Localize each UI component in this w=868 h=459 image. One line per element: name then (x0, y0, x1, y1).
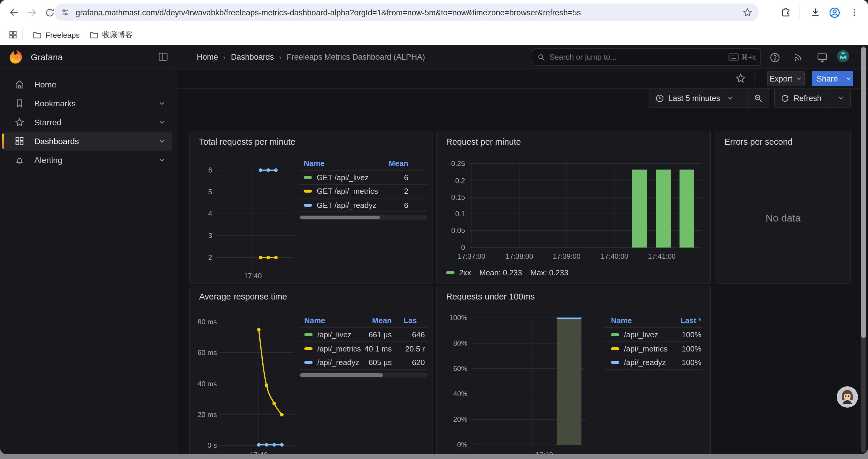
chevron-right-icon: › (223, 54, 225, 61)
no-data-message: No data (716, 213, 850, 225)
share-button[interactable]: Share (812, 71, 853, 86)
sidebar-item-starred[interactable]: Starred (2, 113, 172, 132)
panel-requests-under-100ms[interactable]: Requests under 100ms 100% 80% 60% 40% 20… (436, 287, 711, 454)
y-tick: 0.1 (442, 210, 465, 218)
y-tick: 0.2 (442, 177, 465, 185)
legend-row[interactable]: GET /api/_livez (304, 173, 369, 182)
y-tick: 4 (198, 210, 212, 218)
sidebar-item-dashboards[interactable]: Dashboards (2, 132, 172, 151)
browser-menu-icon[interactable] (846, 4, 863, 21)
apps-grid-icon[interactable] (8, 30, 18, 40)
page-scrollbar[interactable] (860, 46, 867, 453)
address-bar[interactable]: grafana.mathmast.com/d/deytv4rwavabkb/fr… (54, 4, 759, 21)
bookmarks-divider (23, 30, 23, 40)
breadcrumb-home[interactable]: Home (197, 53, 218, 61)
chevron-down-icon[interactable] (158, 156, 166, 164)
panel-errors-per-second[interactable]: Errors per second No data (716, 132, 851, 284)
legend-value: 100% (664, 358, 701, 367)
breadcrumb-current: Freeleaps Metrics Dashboard (ALPHA) (286, 53, 425, 61)
refresh-button[interactable]: Refresh (775, 89, 831, 107)
panel-total-requests[interactable]: Total requests per minute 6 5 4 (189, 132, 433, 284)
x-tick: 17:40:00 (597, 252, 632, 261)
sidebar-toggle-icon[interactable] (158, 52, 168, 62)
assistant-avatar[interactable] (837, 386, 858, 407)
legend-row[interactable]: /api/_metrics (611, 345, 668, 353)
legend-header-mean[interactable]: Mean (350, 316, 392, 325)
chevron-down-icon[interactable] (158, 137, 166, 145)
favorite-star-icon[interactable] (735, 73, 747, 85)
legend-separator (299, 341, 427, 342)
series-color-chip (611, 347, 619, 350)
y-tick: 100% (441, 314, 467, 322)
legend-header-name[interactable]: Name (304, 316, 325, 325)
legend-row[interactable]: /api/_livez (304, 330, 351, 339)
legend-hscrollbar[interactable] (299, 215, 427, 220)
legend-row[interactable]: GET /api/_readyz (304, 201, 376, 210)
legend-header-name[interactable]: Name (304, 159, 325, 168)
share-dropdown-chevron[interactable] (843, 71, 853, 86)
extensions-icon[interactable] (778, 4, 794, 21)
time-range-picker[interactable]: Last 5 minutes (649, 89, 747, 107)
legend-value: 661 µs (350, 330, 392, 339)
profile-icon[interactable] (826, 4, 843, 21)
legend-row[interactable]: /api/_readyz (611, 358, 666, 367)
y-tick: 60% (441, 364, 467, 373)
legend-header-last[interactable]: Las (404, 316, 430, 325)
news-rss-icon[interactable] (792, 51, 805, 64)
panel-avg-response-time[interactable]: Average response time 8 (189, 287, 433, 454)
bookmark-folder-blogs[interactable]: 收藏博客 (85, 27, 138, 42)
grafana-logo[interactable] (8, 49, 24, 64)
legend-row[interactable]: /api/_livez (611, 330, 658, 339)
forward-icon[interactable] (24, 4, 40, 21)
legend-header-name[interactable]: Name (611, 316, 632, 325)
help-icon[interactable] (768, 51, 781, 64)
series-color-chip (446, 271, 454, 274)
y-tick: 0.25 (442, 160, 465, 168)
breadcrumb-dashboards[interactable]: Dashboards (231, 53, 274, 61)
x-tick: 17:39:00 (549, 252, 584, 261)
x-tick: 17:40 (247, 451, 271, 454)
y-tick: 0 s (192, 441, 217, 450)
panel-request-per-minute[interactable]: Request per minute 0.25 0.2 (436, 132, 711, 284)
sidebar-item-alerting[interactable]: Alerting (2, 151, 172, 169)
legend-hscrollbar[interactable] (299, 373, 427, 378)
zoom-out-button[interactable] (747, 89, 769, 107)
panel-title: Errors per second (724, 137, 793, 146)
search-box[interactable]: ⌘+k (532, 48, 761, 66)
series-color-chip (304, 333, 313, 336)
legend-separator (299, 184, 427, 185)
kiosk-monitor-icon[interactable] (815, 51, 829, 64)
y-tick: 0 (442, 243, 465, 252)
back-icon[interactable] (6, 4, 23, 21)
download-icon[interactable] (807, 4, 824, 21)
legend-header-last[interactable]: Last * (664, 316, 701, 325)
legend-header-mean[interactable]: Mean (367, 159, 408, 168)
y-tick: 0% (441, 441, 467, 449)
sidebar-item-home[interactable]: Home (2, 75, 172, 94)
clock-icon (655, 94, 664, 102)
scrollbar-thumb[interactable] (861, 47, 866, 338)
folder-icon (89, 30, 99, 40)
site-settings-icon[interactable] (60, 8, 70, 17)
legend-value: 6 (367, 173, 408, 182)
keyboard-icon (728, 53, 739, 61)
chevron-down-icon[interactable] (158, 99, 166, 107)
zoom-out-icon (753, 93, 763, 103)
bookmark-star-icon[interactable] (742, 7, 753, 18)
y-tick: 20% (441, 415, 467, 424)
refresh-interval-dropdown[interactable] (831, 89, 850, 107)
legend-separator (604, 327, 703, 328)
x-tick: 17:40 (241, 272, 265, 280)
user-avatar[interactable] (837, 50, 850, 63)
chevron-down-icon[interactable] (158, 118, 166, 126)
x-tick: 17:37:00 (454, 252, 489, 261)
legend-max: Max: 0.233 (530, 268, 568, 277)
search-input[interactable] (550, 53, 728, 61)
bookmark-folder-freeleaps[interactable]: Freeleaps (28, 28, 85, 42)
sidebar-item-bookmarks[interactable]: Bookmarks (2, 94, 172, 113)
legend-item[interactable]: 2xx Mean: 0.233 Max: 0.233 (446, 268, 568, 277)
export-button[interactable]: Export (767, 71, 805, 86)
url-text[interactable]: grafana.mathmast.com/d/deytv4rwavabkb/fr… (75, 8, 742, 17)
line-chart (190, 287, 433, 454)
refresh-group: Refresh (774, 89, 851, 107)
